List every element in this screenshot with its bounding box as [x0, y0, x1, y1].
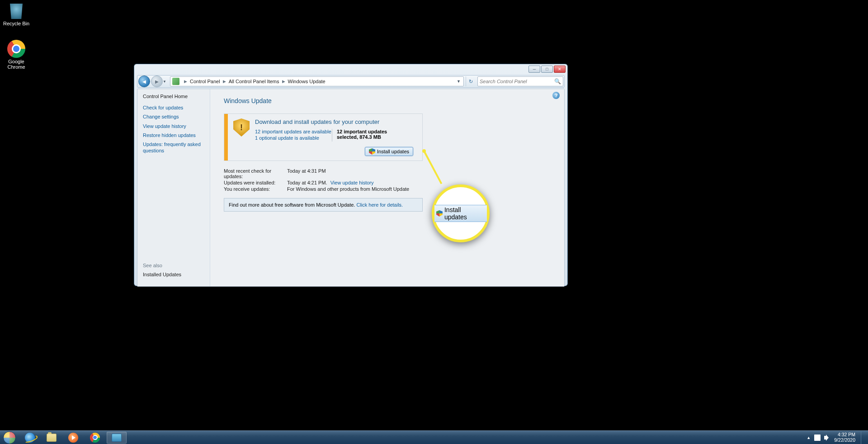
callout-magnifier: Install updates: [432, 184, 490, 242]
taskbar-ie[interactable]: [20, 432, 40, 444]
folder-icon: [47, 434, 57, 442]
chevron-right-icon[interactable]: ▶: [184, 79, 187, 84]
action-center-icon[interactable]: [814, 435, 821, 441]
search-box[interactable]: 🔍: [477, 76, 563, 86]
uac-shield-icon: [369, 148, 375, 155]
panel-heading: Download and install updates for your co…: [255, 118, 417, 125]
maximize-button[interactable]: □: [541, 66, 553, 73]
volume-icon[interactable]: [824, 435, 830, 441]
tray-overflow-icon[interactable]: ▲: [807, 435, 811, 440]
promo-link[interactable]: Click here for details.: [356, 202, 403, 208]
taskbar: ▲ 4:32 PM 9/22/2020: [0, 430, 868, 444]
search-icon[interactable]: 🔍: [554, 78, 561, 85]
media-player-icon: [68, 433, 78, 443]
shield-warning-icon: [233, 118, 250, 137]
sidebar-link-change-settings[interactable]: Change settings: [143, 113, 204, 120]
info-val-receive: For Windows and other products from Micr…: [287, 186, 409, 192]
optional-updates-link[interactable]: 1 optional update is available: [255, 135, 332, 141]
sidebar: Control Panel Home Check for updates Cha…: [137, 89, 210, 286]
control-panel-task-icon: [112, 434, 122, 442]
chevron-right-icon[interactable]: ▶: [282, 79, 285, 84]
forward-button[interactable]: ►: [151, 76, 163, 87]
address-bar[interactable]: ▶ Control Panel ▶ All Control Panel Item…: [170, 76, 464, 86]
clock-date: 9/22/2020: [834, 438, 855, 443]
sidebar-link-restore-hidden[interactable]: Restore hidden updates: [143, 132, 204, 138]
install-updates-label: Install updates: [377, 149, 409, 154]
desktop[interactable]: Recycle Bin Google Chrome ─ □ ✕ ◄ ► ▼ ▶ …: [0, 0, 868, 444]
control-panel-window: ─ □ ✕ ◄ ► ▼ ▶ Control Panel ▶ All Contro…: [134, 64, 568, 286]
nav-history-dropdown[interactable]: ▼: [163, 80, 168, 84]
search-input[interactable]: [480, 79, 554, 84]
help-icon[interactable]: ?: [552, 92, 560, 99]
address-dropdown-icon[interactable]: ▼: [456, 79, 462, 84]
view-history-link[interactable]: View update history: [330, 180, 374, 185]
sidebar-link-check-updates[interactable]: Check for updates: [143, 104, 204, 111]
important-updates-link[interactable]: 12 important updates are available: [255, 129, 332, 134]
clock[interactable]: 4:32 PM 9/22/2020: [834, 432, 855, 443]
sidebar-link-view-history[interactable]: View update history: [143, 123, 204, 129]
installed-updates-link[interactable]: Installed Updates: [143, 272, 181, 277]
toolbar: ◄ ► ▼ ▶ Control Panel ▶ All Control Pane…: [137, 75, 565, 88]
system-tray: ▲ 4:32 PM 9/22/2020: [807, 431, 868, 444]
breadcrumb-control-panel[interactable]: Control Panel: [190, 79, 220, 84]
callout-label: Install updates: [444, 206, 485, 221]
titlebar[interactable]: ─ □ ✕: [134, 64, 567, 74]
info-val-installed: Today at 4:21 PM.: [287, 180, 327, 185]
start-orb-icon: [3, 431, 16, 444]
promo-text: Find out more about free software from M…: [229, 202, 356, 208]
info-key-recent-check: Most recent check for updates:: [224, 168, 287, 179]
taskbar-media-player[interactable]: [63, 432, 83, 444]
info-key-installed: Updates were installed:: [224, 180, 287, 185]
recycle-bin-icon: [7, 2, 25, 20]
breadcrumb-all-items[interactable]: All Control Panel Items: [229, 79, 279, 84]
taskbar-explorer[interactable]: [42, 432, 61, 444]
info-key-receive: You receive updates:: [224, 186, 287, 192]
promo-box: Find out more about free software from M…: [224, 198, 423, 212]
info-val-recent-check: Today at 4:31 PM: [287, 168, 326, 179]
status-stripe: [224, 114, 228, 161]
see-also-label: See also: [143, 263, 162, 268]
selected-summary: 12 important updates selected, 874.3 MB: [332, 129, 409, 142]
refresh-button[interactable]: ↻: [466, 76, 476, 86]
start-button[interactable]: [0, 431, 19, 444]
chrome-icon: [7, 40, 25, 58]
control-panel-home-link[interactable]: Control Panel Home: [143, 94, 204, 99]
minimize-button[interactable]: ─: [528, 66, 540, 73]
chrome-icon: [90, 433, 100, 443]
show-desktop-button[interactable]: [861, 431, 865, 444]
chrome-label: Google Chrome: [0, 59, 33, 70]
control-panel-icon: [172, 78, 179, 85]
desktop-icon-chrome[interactable]: Google Chrome: [0, 40, 33, 70]
taskbar-control-panel[interactable]: [107, 432, 127, 444]
clock-time: 4:32 PM: [834, 432, 855, 438]
chevron-right-icon[interactable]: ▶: [223, 79, 226, 84]
uac-shield-icon: [436, 210, 443, 217]
desktop-icon-recycle-bin[interactable]: Recycle Bin: [0, 2, 33, 26]
ie-icon: [25, 433, 35, 443]
update-panel: Download and install updates for your co…: [224, 113, 423, 161]
callout-install-button: Install updates: [434, 205, 487, 222]
info-grid: Most recent check for updates: Today at …: [224, 168, 551, 192]
sidebar-link-faq[interactable]: Updates: frequently asked questions: [143, 141, 204, 154]
back-button[interactable]: ◄: [138, 76, 150, 87]
page-title: Windows Update: [224, 97, 551, 104]
recycle-bin-label: Recycle Bin: [0, 21, 33, 26]
close-button[interactable]: ✕: [554, 66, 566, 73]
main-pane: ? Windows Update Download and install up…: [210, 89, 564, 286]
window-body: Control Panel Home Check for updates Cha…: [137, 89, 565, 287]
install-updates-button[interactable]: Install updates: [365, 147, 413, 156]
taskbar-chrome[interactable]: [85, 432, 105, 444]
breadcrumb-windows-update[interactable]: Windows Update: [288, 79, 326, 84]
